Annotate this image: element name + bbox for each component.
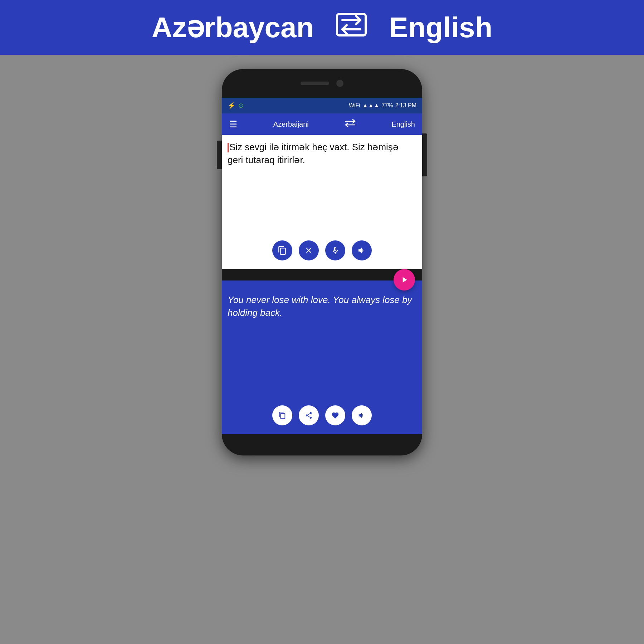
send-button-wrapper <box>222 269 422 291</box>
header-lang-left[interactable]: Azərbaycan <box>152 11 314 44</box>
output-area: You never lose with love. You always los… <box>222 280 422 434</box>
phone-bottom-bezel <box>222 434 422 455</box>
phone-camera <box>336 80 343 87</box>
clipboard-button[interactable] <box>272 240 292 260</box>
usb-icon: ⚡ <box>228 102 235 109</box>
phone-volume-button <box>217 141 222 169</box>
phone-speaker-grille <box>301 82 329 85</box>
notification-icon: ⊙ <box>238 102 244 109</box>
phone-top-bezel <box>222 69 422 98</box>
clear-button[interactable] <box>299 240 319 260</box>
header-swap-icon[interactable] <box>335 11 367 44</box>
send-translate-button[interactable] <box>394 269 415 291</box>
top-header: Azərbaycan English <box>0 0 644 55</box>
nav-lang-right[interactable]: English <box>391 120 415 128</box>
input-area[interactable]: Siz sevgi ilə itirmək heç vaxt. Siz həmi… <box>222 135 422 269</box>
input-text[interactable]: Siz sevgi ilə itirmək heç vaxt. Siz həmi… <box>228 141 416 236</box>
nav-lang-left[interactable]: Azerbaijani <box>273 120 309 128</box>
nav-swap-icon[interactable] <box>345 119 356 130</box>
status-right-info: WiFi ▲▲▲ 77% 2:13 PM <box>349 102 416 109</box>
wifi-icon: WiFi <box>349 102 360 109</box>
share-button[interactable] <box>299 405 319 425</box>
speaker-output-button[interactable] <box>352 405 372 425</box>
copy-output-button[interactable] <box>272 405 292 425</box>
favorite-button[interactable] <box>325 405 345 425</box>
clock: 2:13 PM <box>395 102 416 109</box>
app-nav-bar: ☰ Azerbaijani English <box>222 113 422 135</box>
header-lang-right[interactable]: English <box>389 11 492 44</box>
speaker-input-button[interactable] <box>352 240 372 260</box>
text-cursor <box>228 143 229 152</box>
status-bar: ⚡ ⊙ WiFi ▲▲▲ 77% 2:13 PM <box>222 98 422 113</box>
output-buttons-row <box>228 401 416 428</box>
svg-rect-0 <box>337 14 366 35</box>
translated-text: You never lose with love. You always los… <box>228 293 416 401</box>
microphone-button[interactable] <box>325 240 345 260</box>
phone-power-button <box>422 133 427 176</box>
status-left-icons: ⚡ ⊙ <box>228 102 244 109</box>
phone-device: ⚡ ⊙ WiFi ▲▲▲ 77% 2:13 PM ☰ Azerbaijani <box>222 69 422 455</box>
battery-level: 77% <box>381 102 393 109</box>
hamburger-menu-icon[interactable]: ☰ <box>229 119 237 130</box>
input-buttons-row <box>228 236 416 263</box>
signal-icon: ▲▲▲ <box>362 102 380 109</box>
